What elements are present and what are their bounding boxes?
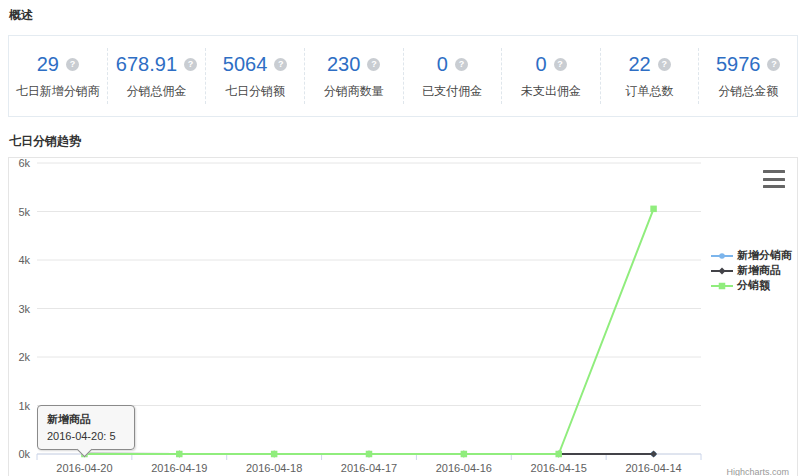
overview-title: 概述 [9,7,806,24]
stat-card-new-distributors-7d: 29? 七日新增分销商 [9,48,108,104]
legend-label: 新增分销商 [737,248,792,263]
legend-label: 新增商品 [737,263,781,278]
trend-chart-svg: 0k1k2k3k4k5k6k2016-04-202016-04-192016-0… [9,158,797,476]
series-分销额 [81,206,657,458]
stat-label: 分销总佣金 [108,83,206,100]
data-point-marker[interactable] [366,451,373,458]
legend-marker-icon [711,250,733,262]
help-icon[interactable]: ? [455,58,468,71]
data-point-marker[interactable] [81,451,88,458]
stat-card-sales-7d: 5064? 七日分销额 [206,48,305,104]
stat-value: 0 [535,53,546,76]
stat-value: 0 [437,53,448,76]
stat-card-order-total: 22? 订单总数 [601,48,700,104]
x-axis-label: 2016-04-14 [625,462,681,474]
y-axis-label: 5k [18,206,30,218]
help-icon[interactable]: ? [658,58,671,71]
y-axis-label: 6k [18,158,30,169]
help-icon[interactable]: ? [767,58,780,71]
help-icon[interactable]: ? [274,58,287,71]
stat-label: 分销总金额 [699,83,797,100]
chart-legend: 新增分销商新增商品分销额 [711,248,792,293]
data-point-marker[interactable] [271,451,278,458]
data-point-marker[interactable] [176,451,183,458]
stat-label: 已支付佣金 [404,83,502,100]
x-axis-label: 2016-04-15 [531,462,587,474]
stat-card-unpaid-commission: 0? 未支出佣金 [502,48,601,104]
stat-label: 七日分销额 [206,83,304,100]
data-point-marker[interactable] [719,267,726,274]
stat-value: 678.91 [116,53,177,76]
help-icon[interactable]: ? [367,58,380,71]
stat-label: 订单总数 [601,83,699,100]
x-axis-label: 2016-04-16 [436,462,492,474]
y-axis-label: 2k [18,351,30,363]
stat-value: 22 [628,53,650,76]
data-point-marker[interactable] [719,253,725,259]
y-axis-label: 4k [18,254,30,266]
highcharts-credits-link[interactable]: Highcharts.com [726,467,789,476]
y-axis-label: 0k [18,448,30,460]
x-axis-label: 2016-04-20 [56,462,112,474]
data-point-marker[interactable] [719,282,726,289]
stat-card-paid-commission: 0? 已支付佣金 [404,48,503,104]
series-line [84,209,653,454]
data-point-marker[interactable] [555,451,562,458]
stat-label: 未支出佣金 [502,83,600,100]
trend-chart: 0k1k2k3k4k5k6k2016-04-202016-04-192016-0… [8,157,798,476]
data-point-marker[interactable] [650,451,657,458]
legend-item-新增商品[interactable]: 新增商品 [711,263,792,278]
chart-context-menu-icon[interactable] [761,168,787,190]
y-axis-label: 3k [18,303,30,315]
stat-card-distributor-count: 230? 分销商数量 [305,48,404,104]
y-axis-label: 1k [18,400,30,412]
stat-label: 分销商数量 [305,83,403,100]
stat-value: 230 [327,53,360,76]
trend-title: 七日分销趋势 [9,133,806,150]
stat-value: 5064 [223,53,268,76]
help-icon[interactable]: ? [66,58,79,71]
legend-marker-icon [711,265,733,277]
legend-item-新增分销商[interactable]: 新增分销商 [711,248,792,263]
x-axis-label: 2016-04-18 [246,462,302,474]
stat-card-total-amount: 5976? 分销总金额 [699,48,797,104]
stat-value: 5976 [716,53,761,76]
stat-label: 七日新增分销商 [9,83,107,100]
data-point-marker[interactable] [461,451,468,458]
help-icon[interactable]: ? [184,58,197,71]
stat-value: 29 [37,53,59,76]
stat-card-total-commission: 678.91? 分销总佣金 [108,48,207,104]
data-point-marker[interactable] [650,206,657,213]
legend-item-分销额[interactable]: 分销额 [711,278,792,293]
x-axis-label: 2016-04-17 [341,462,397,474]
help-icon[interactable]: ? [554,58,567,71]
x-axis-label: 2016-04-19 [151,462,207,474]
legend-marker-icon [711,280,733,292]
overview-cards: 29? 七日新增分销商 678.91? 分销总佣金 5064? 七日分销额 23… [8,35,798,117]
legend-label: 分销额 [737,278,770,293]
